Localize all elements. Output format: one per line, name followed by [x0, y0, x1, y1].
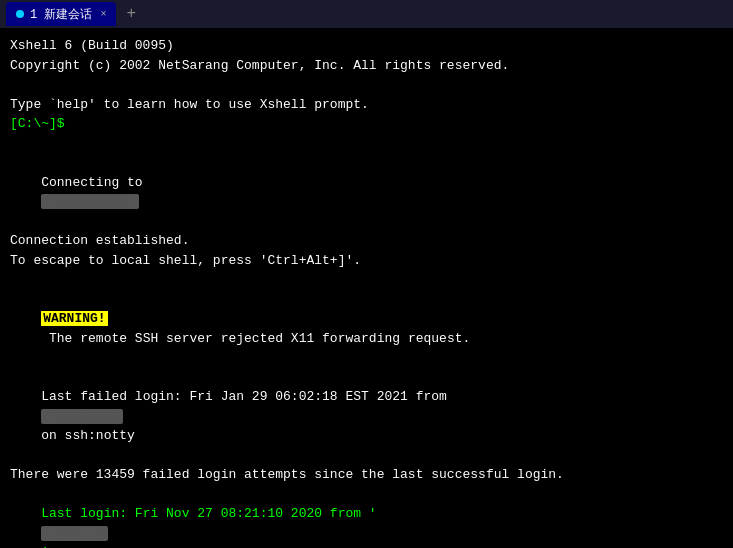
terminal-last-failed-line: Last failed login: Fri Jan 29 06:02:18 E…: [10, 368, 723, 466]
terminal-connected-line: Connection established.: [10, 231, 723, 251]
terminal-connecting-line: Connecting to ██████████: [10, 153, 723, 231]
terminal-prompt-local: [C:\~]$: [10, 114, 723, 134]
warning-text: The remote SSH server rejected X11 forwa…: [41, 331, 470, 346]
terminal-blank-1: [10, 270, 723, 290]
terminal-line-4: Type `help' to learn how to use Xshell p…: [10, 95, 723, 115]
tab-indicator: [16, 10, 24, 18]
terminal-warning-line: WARNING! The remote SSH server rejected …: [10, 290, 723, 368]
connecting-prefix: Connecting to: [41, 175, 142, 190]
terminal-escape-line: To escape to local shell, press 'Ctrl+Al…: [10, 251, 723, 271]
terminal-line-2: Copyright (c) 2002 NetSarang Computer, I…: [10, 56, 723, 76]
last-failed-ip: ████████: [41, 409, 123, 424]
terminal-line-3: [10, 75, 723, 95]
new-tab-button[interactable]: +: [120, 5, 142, 23]
terminal-last-login-line: Last login: Fri Nov 27 08:21:10 2020 fro…: [10, 485, 723, 549]
last-failed-suffix: on ssh:notty: [41, 428, 135, 443]
last-failed-prefix: Last failed login: Fri Jan 29 06:02:18 E…: [41, 389, 447, 404]
terminal-line-1: Xshell 6 (Build 0095): [10, 36, 723, 56]
tab-label: 1 新建会话: [30, 6, 92, 23]
terminal-area[interactable]: Xshell 6 (Build 0095) Copyright (c) 2002…: [0, 28, 733, 548]
tab-close-button[interactable]: ×: [100, 9, 106, 20]
connecting-ip: ██████████: [41, 194, 139, 209]
terminal-attempts-line: There were 13459 failed login attempts s…: [10, 465, 723, 485]
session-tab[interactable]: 1 新建会话 ×: [6, 2, 116, 26]
last-login-prefix: Last login: Fri Nov 27 08:21:10 2020 fro…: [41, 506, 376, 521]
last-login-ip: ████████: [41, 526, 107, 541]
title-bar: 1 新建会话 × +: [0, 0, 733, 28]
terminal-line-6: [10, 134, 723, 154]
warning-badge: WARNING!: [41, 311, 107, 326]
